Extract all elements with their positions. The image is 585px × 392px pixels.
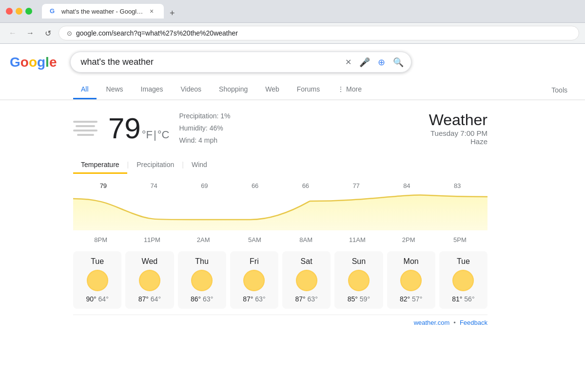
time-11pm: 11PM xyxy=(126,236,177,243)
tab-more[interactable]: ⋮ More xyxy=(330,80,370,99)
chart-val-0: 79 xyxy=(78,182,129,189)
wind-detail: Wind: 4 mph xyxy=(179,134,230,147)
chart-wrapper: 79 74 69 66 66 77 84 83 xyxy=(73,182,488,243)
tab-close-button[interactable]: × xyxy=(147,7,156,16)
url-text: google.com/search?q=what%27s%20the%20wea… xyxy=(76,29,571,37)
back-button[interactable]: ← xyxy=(6,26,20,40)
day-sun-thu xyxy=(191,270,213,291)
day-sun-sat xyxy=(296,270,317,291)
day-name-tue1: Tue xyxy=(77,257,117,266)
clear-search-button[interactable]: ✕ xyxy=(343,56,353,69)
day-name-mon: Mon xyxy=(391,257,431,266)
weather-details: Precipitation: 1% Humidity: 46% Wind: 4 … xyxy=(179,110,230,147)
day-high-mon: 82° xyxy=(400,295,410,303)
weather-tab-wind[interactable]: Wind xyxy=(184,157,215,174)
tab-favicon: G xyxy=(50,7,58,15)
weather-title: Weather xyxy=(429,111,488,129)
weather-icon-area: 79 °F | °C xyxy=(73,112,169,145)
weather-condition: Haze xyxy=(429,137,488,146)
weather-tab-temperature[interactable]: Temperature xyxy=(73,157,127,174)
day-sun-mon xyxy=(400,270,422,291)
day-temps-mon: 82° 57° xyxy=(391,295,431,303)
new-tab-button[interactable]: + xyxy=(166,8,179,19)
search-tabs: All News Images Videos Shopping Web Foru… xyxy=(0,80,585,100)
time-labels: 8PM 11PM 2AM 5AM 8AM 11AM 2PM 5PM xyxy=(73,232,488,243)
day-high-wed: 87° xyxy=(138,295,149,303)
day-name-wed: Wed xyxy=(129,257,170,266)
maximize-traffic-light[interactable] xyxy=(25,8,32,15)
weather-datetime: Tuesday 7:00 PM xyxy=(429,129,488,137)
time-2am: 2AM xyxy=(178,236,229,243)
day-card-wed[interactable]: Wed 87° 64° xyxy=(125,251,174,309)
day-card-sat[interactable]: Sat 87° 63° xyxy=(282,251,331,309)
day-high-tue1: 90° xyxy=(86,295,97,303)
reload-button[interactable]: ↺ xyxy=(41,26,55,40)
search-submit-button[interactable]: 🔍 xyxy=(391,55,406,70)
haze-line-2 xyxy=(76,125,95,127)
temp-unit-c: °C xyxy=(157,129,170,141)
tab-shopping[interactable]: Shopping xyxy=(211,80,255,99)
tab-forums[interactable]: Forums xyxy=(289,80,328,99)
logo-e: e xyxy=(49,55,57,70)
day-low-sat: 63° xyxy=(308,295,318,303)
tab-web[interactable]: Web xyxy=(257,80,287,99)
haze-line-1 xyxy=(73,121,98,123)
tab-images[interactable]: Images xyxy=(133,80,171,99)
day-card-tue2[interactable]: Tue 81° 56° xyxy=(439,251,488,309)
weather-tab-precipitation[interactable]: Precipitation xyxy=(129,157,182,174)
temp-separator: | xyxy=(154,129,156,141)
search-icons: ✕ 🎤 ⊕ 🔍 xyxy=(343,55,406,70)
weather-view-tabs: Temperature | Precipitation | Wind xyxy=(73,157,488,174)
image-search-button[interactable]: ⊕ xyxy=(376,55,387,70)
chart-val-5: 77 xyxy=(331,182,382,189)
precipitation-detail: Precipitation: 1% xyxy=(179,110,230,122)
tools-tab[interactable]: Tools xyxy=(544,81,575,99)
day-card-sun[interactable]: Sun 85° 59° xyxy=(334,251,383,309)
time-5pm: 5PM xyxy=(434,236,486,243)
day-low-thu: 63° xyxy=(203,295,213,303)
day-temps-fri: 87° 63° xyxy=(234,295,274,303)
chart-val-6: 84 xyxy=(382,182,432,189)
search-box-container: ✕ 🎤 ⊕ 🔍 xyxy=(70,52,411,73)
day-sun-sun xyxy=(348,270,370,291)
haze-weather-icon xyxy=(73,114,102,143)
address-bar-row: ← → ↺ ⊙ google.com/search?q=what%27s%20t… xyxy=(0,23,585,44)
chart-val-4: 66 xyxy=(280,182,331,189)
day-high-thu: 86° xyxy=(191,295,201,303)
haze-line-3 xyxy=(73,130,98,131)
day-card-tue1[interactable]: Tue 90° 64° xyxy=(73,251,121,309)
weather-widget: 79 °F | °C Precipitation: 1% Humidity: 4… xyxy=(73,110,488,326)
close-traffic-light[interactable] xyxy=(6,8,13,15)
day-high-tue2: 81° xyxy=(452,295,462,303)
tab-videos[interactable]: Videos xyxy=(173,80,210,99)
feedback-link[interactable]: Feedback xyxy=(460,319,488,326)
tab-news[interactable]: News xyxy=(98,80,131,99)
chart-val-2: 69 xyxy=(179,182,230,189)
page-content: Google ✕ 🎤 ⊕ 🔍 All News Images Videos Sh… xyxy=(0,44,585,392)
day-temps-wed: 87° 64° xyxy=(129,295,170,303)
day-card-mon[interactable]: Mon 82° 57° xyxy=(387,251,435,309)
weather-source-link[interactable]: weather.com xyxy=(414,319,450,326)
tab-title: what's the weather - Google S xyxy=(61,8,143,15)
day-low-tue1: 64° xyxy=(98,295,109,303)
logo-g2: g xyxy=(37,55,45,70)
day-low-sun: 59° xyxy=(360,295,370,303)
chart-val-3: 66 xyxy=(230,182,280,189)
day-card-fri[interactable]: Fri 87° 63° xyxy=(230,251,278,309)
footer-separator: • xyxy=(453,319,456,326)
address-bar[interactable]: ⊙ google.com/search?q=what%27s%20the%20w… xyxy=(58,26,579,40)
day-sun-tue2 xyxy=(452,270,474,291)
weather-right: Weather Tuesday 7:00 PM Haze xyxy=(429,111,488,146)
tab-all[interactable]: All xyxy=(73,80,97,99)
temp-unit-f: °F xyxy=(142,129,153,141)
voice-search-button[interactable]: 🎤 xyxy=(357,55,372,70)
active-tab[interactable]: G what's the weather - Google S × xyxy=(42,4,164,19)
haze-line-4 xyxy=(77,134,94,136)
minimize-traffic-light[interactable] xyxy=(16,8,22,15)
current-temperature: 79 xyxy=(108,112,141,145)
chart-val-7: 83 xyxy=(432,182,483,189)
chart-val-1: 74 xyxy=(129,182,179,189)
forward-button[interactable]: → xyxy=(23,26,37,40)
day-temps-tue2: 81° 56° xyxy=(443,295,484,303)
day-card-thu[interactable]: Thu 86° 63° xyxy=(178,251,226,309)
